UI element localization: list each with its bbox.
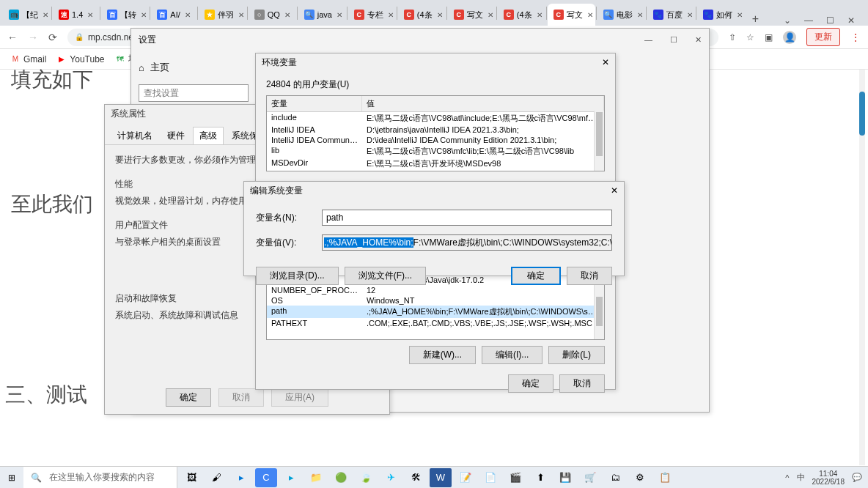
browser-tab[interactable]: 🐾百度✕ <box>647 4 695 26</box>
update-button[interactable]: 更新 <box>806 28 840 46</box>
browser-tab[interactable]: 🔍电影✕ <box>597 4 645 26</box>
taskbar-app[interactable]: ⬆ <box>529 468 551 487</box>
tab-close-icon[interactable]: ✕ <box>637 11 643 19</box>
taskbar-app[interactable]: ✈ <box>380 468 402 487</box>
forward-button[interactable]: → <box>28 32 38 43</box>
taskbar-app[interactable]: 📁 <box>305 468 327 487</box>
sysprop-ok-button[interactable]: 确定 <box>166 388 211 407</box>
taskbar-app[interactable]: 🗂 <box>604 468 626 487</box>
tab-close-icon[interactable]: ✕ <box>687 11 693 19</box>
tab-close-icon[interactable]: ✕ <box>336 11 342 19</box>
clock[interactable]: 11:04 2022/6/18 <box>812 470 845 486</box>
close-icon[interactable]: ✕ <box>847 15 855 26</box>
browser-tab[interactable]: 🔍java✕ <box>298 4 346 26</box>
env-var-row[interactable]: IntelliJ IDEAD:\jetbrains\java\IntelliJ … <box>267 125 604 135</box>
scrollbar[interactable] <box>594 111 604 171</box>
browser-tab[interactable]: 速1.4✕ <box>53 4 99 26</box>
env-var-row[interactable]: includeE:\黑马二级c语言\VC98\atl\include;E:\黑马… <box>267 112 604 125</box>
back-button[interactable]: ← <box>7 32 18 43</box>
browser-tab[interactable]: C写文✕ <box>448 4 496 26</box>
env-var-row[interactable]: path.;%JAVA_HOME%\bin;F:\VMWare虚拟机\bin\;… <box>267 306 604 318</box>
tab-close-icon[interactable]: ✕ <box>284 11 290 19</box>
browser-tab[interactable]: ○QQ✕ <box>249 4 296 26</box>
delete-button[interactable]: 删除(L) <box>548 346 605 364</box>
tab-close-icon[interactable]: ✕ <box>141 11 147 19</box>
taskbar-app[interactable]: 💾 <box>554 468 576 487</box>
reload-button[interactable]: ⟳ <box>48 32 57 43</box>
var-name-input[interactable] <box>322 210 612 226</box>
env-var-row[interactable]: OneDriveC:\Users\24804\OneDrive <box>267 170 604 171</box>
settings-search-input[interactable] <box>139 84 249 102</box>
browser-tab[interactable]: C(4条✕ <box>398 4 446 26</box>
tab-close-icon[interactable]: ✕ <box>537 11 542 19</box>
taskbar-app[interactable]: 🎬 <box>504 468 526 487</box>
tab-close-icon[interactable]: ✕ <box>87 11 93 19</box>
user-vars-table[interactable]: 变量 值 includeE:\黑马二级c语言\VC98\atl\include;… <box>266 95 605 171</box>
browser-tab[interactable]: 📺【纪✕ <box>3 4 51 26</box>
browser-tab[interactable]: 🐾如何✕ <box>697 4 745 26</box>
taskbar-app[interactable]: 🖼 <box>180 468 202 487</box>
tray-chevron[interactable]: ^ <box>785 473 789 482</box>
taskbar-app[interactable]: ▸ <box>230 468 252 487</box>
tab-close-icon[interactable]: ✕ <box>185 11 191 19</box>
taskbar-search[interactable]: 🔍 在这里输入你要搜索的内容 <box>23 467 177 488</box>
tab-close-icon[interactable]: ✕ <box>488 11 493 19</box>
edit-ok-button[interactable]: 确定 <box>511 267 561 285</box>
tab-close-icon[interactable]: ✕ <box>43 11 48 19</box>
home-nav[interactable]: ⌂ 主页 <box>139 61 249 74</box>
taskbar-app[interactable]: ⚙ <box>629 468 651 487</box>
minimize-icon[interactable]: — <box>804 15 813 26</box>
edit-button[interactable]: 编辑(I)... <box>482 346 542 364</box>
browse-dir-button[interactable]: 浏览目录(D)... <box>256 267 339 285</box>
taskbar-app[interactable]: W <box>430 468 452 487</box>
close-icon[interactable]: ✕ <box>695 35 702 45</box>
env-var-row[interactable]: OSWindows_NT <box>267 295 604 306</box>
menu-button[interactable]: ⋮ <box>850 32 861 43</box>
browse-file-button[interactable]: 浏览文件(F)... <box>345 267 426 285</box>
env-var-row[interactable]: IntelliJ IDEA Community Ed...D:\idea\Int… <box>267 135 604 145</box>
bookmark[interactable]: MGmail <box>10 54 46 64</box>
tab-close-icon[interactable]: ✕ <box>737 11 743 19</box>
env-var-row[interactable]: libE:\黑马二级c语言\VC98\mfc\lib;E:\黑马二级c语言\VC… <box>267 145 604 158</box>
browser-tab[interactable]: C专栏✕ <box>348 4 396 26</box>
browser-tab[interactable]: C(4条✕ <box>498 4 545 26</box>
share-icon[interactable]: ⇧ <box>729 32 736 42</box>
new-tab-button[interactable]: + <box>745 12 766 25</box>
sysprop-tab[interactable]: 硬件 <box>161 127 191 144</box>
new-button[interactable]: 新建(W)... <box>409 346 476 364</box>
env-var-row[interactable]: PATHEXT.COM;.EXE;.BAT;.CMD;.VBS;.VBE;.JS… <box>267 318 604 328</box>
tab-close-icon[interactable]: ✕ <box>437 11 443 19</box>
notif-icon[interactable]: 💬 <box>852 473 862 482</box>
tab-close-icon[interactable]: ✕ <box>388 11 394 19</box>
star-icon[interactable]: ☆ <box>746 32 754 42</box>
var-value-input[interactable]: .;%JAVA_HOME%\bin;F:\VMWare虚拟机\bin\;C:\W… <box>322 234 612 251</box>
maximize-icon[interactable]: ☐ <box>826 15 834 26</box>
taskbar-app[interactable]: 📝 <box>455 468 477 487</box>
ime-indicator[interactable]: 中 <box>797 472 805 483</box>
tab-close-icon[interactable]: ✕ <box>238 11 244 19</box>
minimize-icon[interactable]: — <box>644 35 652 45</box>
browser-tab[interactable]: C写文✕ <box>548 4 595 26</box>
browser-tab[interactable]: ★伴羽✕ <box>199 4 246 26</box>
browser-tab[interactable]: 百【转✕ <box>101 4 149 26</box>
browser-tab[interactable]: 百AI/✕ <box>151 4 196 26</box>
sysprop-tab[interactable]: 高级 <box>193 127 224 144</box>
env-cancel-button[interactable]: 取消 <box>559 374 605 393</box>
bookmark[interactable]: ▶YouTube <box>56 54 104 64</box>
tab-close-icon[interactable]: ✕ <box>587 11 593 19</box>
taskbar-app[interactable]: 🟢 <box>330 468 352 487</box>
taskbar-app[interactable]: 📄 <box>479 468 501 487</box>
extension-icon[interactable]: ▣ <box>765 32 773 42</box>
close-icon[interactable]: ✕ <box>611 185 618 196</box>
close-icon[interactable]: ✕ <box>602 57 609 67</box>
maximize-icon[interactable]: ☐ <box>670 35 677 45</box>
taskbar-app[interactable]: 📋 <box>654 468 676 487</box>
taskbar-app[interactable]: 🍃 <box>355 468 377 487</box>
taskbar-app[interactable]: C <box>255 468 277 487</box>
taskbar-app[interactable]: 🛠 <box>405 468 427 487</box>
start-button[interactable]: ⊞ <box>0 473 23 483</box>
taskbar-app[interactable]: 🖌 <box>205 468 227 487</box>
taskbar-app[interactable]: 🛒 <box>579 468 601 487</box>
taskbar-app[interactable]: ▸ <box>280 468 302 487</box>
edit-cancel-button[interactable]: 取消 <box>567 267 612 285</box>
